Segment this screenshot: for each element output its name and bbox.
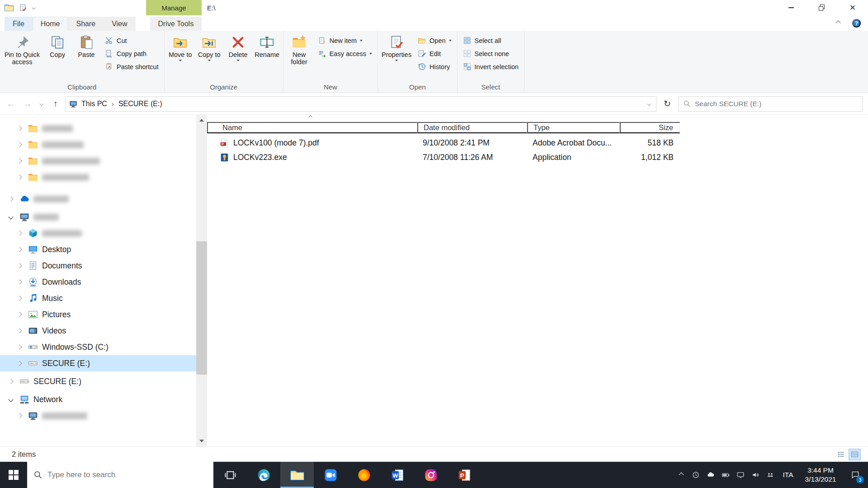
taskbar-firefox-button[interactable] bbox=[347, 462, 381, 488]
chevron-right-icon[interactable] bbox=[17, 142, 22, 147]
chevron-down-icon[interactable] bbox=[8, 397, 13, 402]
sidebar-item-pictures[interactable]: Pictures bbox=[0, 306, 196, 323]
new-item-button[interactable]: New item bbox=[314, 34, 376, 47]
sidebar-item-redacted-3[interactable] bbox=[0, 153, 196, 169]
chevron-right-icon[interactable] bbox=[8, 379, 13, 384]
sidebar-scrollbar[interactable] bbox=[196, 115, 207, 446]
qat-customize-icon[interactable] bbox=[32, 6, 36, 9]
tray-display-icon[interactable] bbox=[733, 462, 748, 488]
chevron-right-icon[interactable] bbox=[17, 344, 22, 349]
scrollbar-thumb[interactable] bbox=[196, 241, 207, 375]
cut-button[interactable]: Cut bbox=[101, 34, 163, 47]
breadcrumb-this-pc[interactable]: This PC bbox=[77, 97, 111, 111]
search-input[interactable] bbox=[695, 100, 858, 108]
tab-view[interactable]: View bbox=[104, 17, 135, 31]
tray-people-icon[interactable] bbox=[763, 462, 778, 488]
sidebar-item-redacted-2[interactable] bbox=[0, 136, 196, 153]
paste-shortcut-button[interactable]: Paste shortcut bbox=[101, 60, 163, 73]
sidebar-item-network[interactable]: Network bbox=[0, 391, 196, 408]
chevron-right-icon[interactable] bbox=[17, 247, 22, 252]
minimize-ribbon-button[interactable] bbox=[833, 16, 843, 30]
scrollbar-down-button[interactable] bbox=[196, 436, 207, 446]
easy-access-button[interactable]: Easy access bbox=[314, 47, 376, 60]
properties-button[interactable]: Properties bbox=[379, 32, 414, 81]
sidebar-item-redacted-1[interactable] bbox=[0, 120, 196, 136]
tray-volume-icon[interactable] bbox=[748, 462, 763, 488]
minimize-button[interactable] bbox=[776, 0, 807, 15]
close-button[interactable]: × bbox=[837, 0, 868, 15]
sidebar-item-3d-objects[interactable] bbox=[0, 225, 196, 241]
tray-battery-icon[interactable] bbox=[718, 462, 733, 488]
taskbar-search-input[interactable] bbox=[47, 470, 207, 479]
address-box[interactable]: This PC › SECURE (E:) bbox=[65, 96, 656, 112]
rename-button[interactable]: Rename bbox=[253, 32, 282, 81]
file-row-lockv100-pdf[interactable]: LOCKv100 (mode 7).pdf 9/10/2008 2:41 PM … bbox=[207, 136, 868, 150]
language-indicator[interactable]: ITA bbox=[778, 462, 798, 488]
column-header-type[interactable]: Type bbox=[527, 122, 620, 133]
chevron-down-icon[interactable] bbox=[8, 214, 13, 219]
chevron-right-icon[interactable] bbox=[17, 263, 22, 268]
new-folder-button[interactable]: New folder bbox=[285, 32, 314, 81]
sidebar-item-redacted-network-pc[interactable] bbox=[0, 408, 196, 424]
sidebar-item-documents[interactable]: Documents bbox=[0, 258, 196, 274]
paste-button[interactable]: Paste bbox=[72, 32, 101, 81]
restore-button[interactable] bbox=[807, 0, 837, 15]
sidebar-item-secure-e[interactable]: SECURE (E:) bbox=[0, 373, 196, 389]
delete-button[interactable]: Delete bbox=[224, 32, 253, 81]
chevron-right-icon[interactable] bbox=[17, 361, 22, 366]
chevron-right-icon[interactable] bbox=[17, 312, 22, 317]
taskbar-file-explorer-button[interactable] bbox=[280, 462, 314, 488]
recent-locations-button[interactable] bbox=[37, 97, 46, 111]
taskbar-powerpoint-button[interactable] bbox=[448, 462, 481, 488]
details-view-button[interactable] bbox=[835, 449, 847, 460]
tab-drive-tools[interactable]: Drive Tools bbox=[150, 17, 202, 31]
copy-path-button[interactable]: Copy path bbox=[101, 47, 163, 60]
sidebar-item-music[interactable]: Music bbox=[0, 290, 196, 306]
chevron-right-icon[interactable] bbox=[17, 413, 22, 418]
history-button[interactable]: History bbox=[414, 60, 455, 73]
taskbar-zoom-button[interactable] bbox=[314, 462, 347, 488]
tab-share[interactable]: Share bbox=[68, 17, 104, 31]
tab-file[interactable]: File bbox=[5, 17, 33, 31]
sidebar-item-secure-e-selected[interactable]: SECURE (E:) bbox=[0, 355, 196, 371]
chevron-right-icon[interactable] bbox=[8, 196, 13, 201]
scrollbar-up-button[interactable] bbox=[196, 115, 207, 126]
breadcrumb-secure-e[interactable]: SECURE (E:) bbox=[114, 97, 166, 111]
forward-button[interactable]: → bbox=[20, 97, 35, 111]
open-button[interactable]: Open bbox=[414, 34, 455, 47]
clock[interactable]: 3:44 PM 3/13/2021 bbox=[798, 462, 843, 488]
sidebar-item-videos[interactable]: Videos bbox=[0, 323, 196, 339]
chevron-right-icon[interactable] bbox=[17, 230, 22, 235]
sidebar-item-downloads[interactable]: Downloads bbox=[0, 274, 196, 290]
help-button[interactable]: ? bbox=[852, 19, 861, 28]
tab-home[interactable]: Home bbox=[33, 17, 68, 31]
sidebar-item-desktop[interactable]: Desktop bbox=[0, 241, 196, 258]
taskbar-word-button[interactable] bbox=[381, 462, 414, 488]
hidden-icons-button[interactable] bbox=[675, 462, 688, 488]
chevron-right-icon[interactable] bbox=[17, 158, 22, 163]
back-button[interactable]: ← bbox=[4, 97, 18, 111]
action-center-button[interactable]: 3 bbox=[843, 462, 868, 488]
select-all-button[interactable]: Select all bbox=[459, 34, 523, 47]
sidebar-item-redacted-4[interactable] bbox=[0, 169, 196, 185]
sidebar-item-onedrive[interactable] bbox=[0, 191, 196, 207]
refresh-button[interactable]: ↻ bbox=[659, 96, 676, 112]
sidebar-item-this-pc[interactable] bbox=[0, 209, 196, 225]
tray-onedrive-icon[interactable] bbox=[703, 462, 718, 488]
edit-button[interactable]: Edit bbox=[414, 47, 455, 60]
chevron-right-icon[interactable] bbox=[17, 296, 22, 300]
column-header-name[interactable]: Name bbox=[207, 122, 417, 133]
chevron-right-icon[interactable] bbox=[17, 126, 22, 131]
qat-properties-icon[interactable] bbox=[19, 4, 27, 12]
pin-to-quick-access-button[interactable]: Pin to Quick access bbox=[1, 32, 43, 81]
chevron-right-icon[interactable] bbox=[17, 328, 22, 333]
tray-clock-icon[interactable] bbox=[688, 462, 703, 488]
file-row-lockv223-exe[interactable]: LOCKv223.exe 7/10/2008 11:26 AM Applicat… bbox=[207, 150, 868, 164]
move-to-button[interactable]: Move to bbox=[166, 32, 195, 81]
up-button[interactable]: ↑ bbox=[48, 97, 63, 111]
chevron-right-icon[interactable] bbox=[17, 174, 22, 179]
start-button[interactable] bbox=[0, 462, 27, 488]
column-header-size[interactable]: Size bbox=[620, 122, 680, 133]
copy-to-button[interactable]: Copy to bbox=[195, 32, 224, 81]
column-header-date-modified[interactable]: Date modified bbox=[417, 122, 527, 133]
